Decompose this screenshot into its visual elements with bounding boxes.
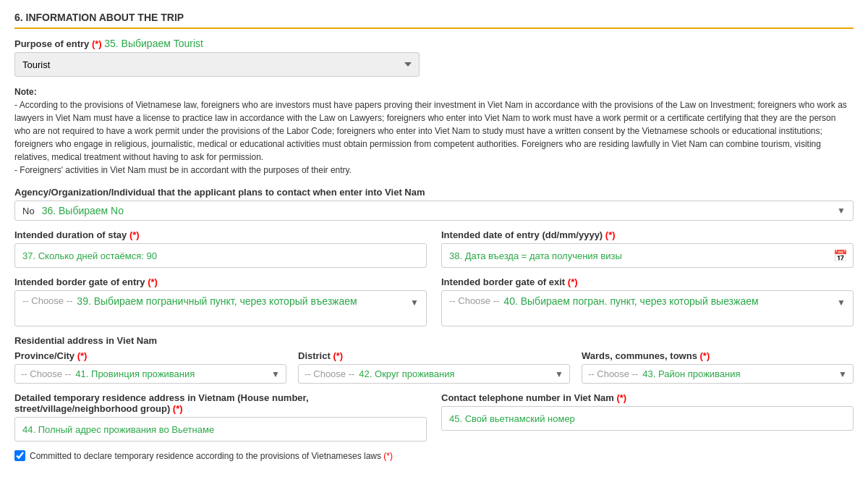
border-exit-select[interactable]: -- Choose -- 40. Выбираем погран. пункт,… <box>441 290 854 326</box>
border-exit-label: Intended border gate of exit (*) <box>441 277 854 287</box>
purpose-of-entry-hint: 35. Выбираем Tourist <box>104 38 203 49</box>
province-chevron-icon: ▼ <box>271 369 280 379</box>
date-entry-label: Intended date of entry (dd/mm/yyyy) (*) <box>441 229 854 240</box>
border-exit-choose: -- Choose -- <box>449 295 499 306</box>
agency-dropdown[interactable]: No 36. Выбираем No ▼ <box>14 201 854 221</box>
district-choose: -- Choose -- <box>305 368 354 379</box>
detailed-address-label: Detailed temporary residence address in … <box>14 392 427 414</box>
section-title: 6. INFORMATION ABOUT THE TRIP <box>14 12 854 29</box>
border-entry-chevron-icon: ▼ <box>410 297 419 308</box>
border-exit-chevron-icon: ▼ <box>837 297 846 308</box>
province-hint: 41. Провинция проживания <box>75 368 267 379</box>
border-entry-hint: 39. Выбираем пограничный пункт, через ко… <box>77 295 406 308</box>
contact-phone-input[interactable] <box>441 406 854 431</box>
border-entry-choose: -- Choose -- <box>22 295 72 306</box>
note-line-2: - Foreigners' activities in Viet Nam mus… <box>14 165 352 175</box>
date-entry-input[interactable] <box>441 243 854 268</box>
border-entry-select[interactable]: -- Choose -- 39. Выбираем пограничный пу… <box>14 290 427 326</box>
duration-label: Intended duration of stay (*) <box>14 229 427 240</box>
agency-hint: 36. Выбираем No <box>42 205 830 216</box>
district-label: District (*) <box>298 350 570 361</box>
province-label: Province/City (*) <box>14 350 286 361</box>
wards-choose: -- Choose -- <box>588 368 638 379</box>
border-entry-label: Intended border gate of entry (*) <box>14 277 427 287</box>
district-chevron-icon: ▼ <box>555 369 563 379</box>
wards-chevron-icon: ▼ <box>838 369 847 379</box>
residence-checkbox[interactable] <box>14 450 25 461</box>
note-box: Note: - According to the provisions of V… <box>14 85 854 177</box>
checkbox-label: Committed to declare temporary residence… <box>30 451 393 461</box>
district-hint: 42. Округ проживания <box>359 368 550 379</box>
agency-no-label: No <box>22 206 35 216</box>
residence-checkbox-row: Committed to declare temporary residence… <box>14 450 854 461</box>
purpose-of-entry-label: Purpose of entry (*) 35. Выбираем Touris… <box>14 38 854 49</box>
detailed-address-input[interactable] <box>14 417 427 442</box>
wards-select[interactable]: -- Choose -- 43. Район проживания ▼ <box>582 364 854 384</box>
province-select[interactable]: -- Choose -- 41. Провинция проживания ▼ <box>14 364 286 384</box>
wards-hint: 43. Район проживания <box>642 368 834 379</box>
district-select[interactable]: -- Choose -- 42. Округ проживания ▼ <box>298 364 570 384</box>
agency-label: Agency/Organization/Individual that the … <box>14 187 854 198</box>
province-choose: -- Choose -- <box>21 368 71 379</box>
duration-input[interactable] <box>14 243 427 268</box>
agency-chevron-icon: ▼ <box>837 206 846 216</box>
note-line-1: - According to the provisions of Vietnam… <box>14 100 847 162</box>
purpose-of-entry-select[interactable]: Tourist Business Working Study Medical t… <box>14 52 420 77</box>
border-exit-hint: 40. Выбираем погран. пункт, через которы… <box>503 295 833 308</box>
residential-title: Residential address in Viet Nam <box>14 335 854 346</box>
contact-phone-label: Contact telephone number in Viet Nam (*) <box>441 392 854 403</box>
wards-label: Wards, communes, towns (*) <box>582 350 854 361</box>
